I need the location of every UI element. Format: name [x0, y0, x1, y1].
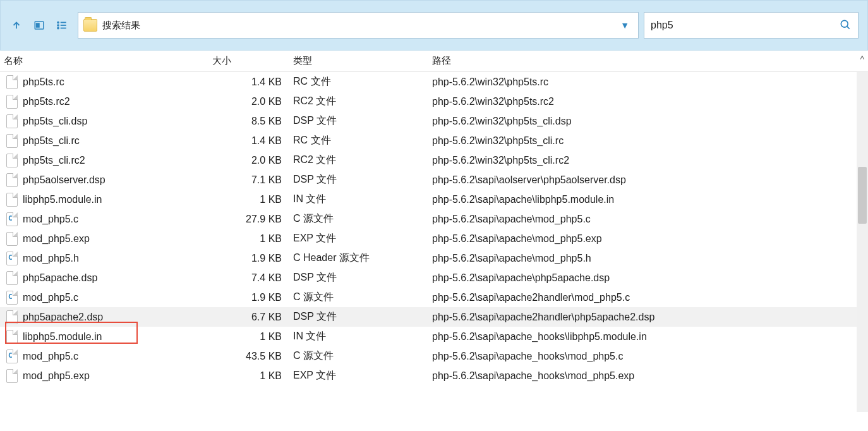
table-row[interactable]: php5ts_cli.rc1.4 KBRC 文件php-5.6.2\win32\…: [0, 131, 868, 150]
cell-size: 43.5 KB: [212, 351, 293, 362]
path-label: 搜索结果: [102, 20, 612, 32]
vertical-scrollbar[interactable]: [857, 72, 868, 412]
table-row[interactable]: php5ts.rc1.4 KBRC 文件php-5.6.2\win32\php5…: [0, 72, 868, 92]
file-name-label: php5ts_cli.rc: [23, 135, 80, 147]
cell-size: 1 KB: [212, 331, 293, 343]
file-icon: [6, 310, 18, 324]
file-icon: [6, 134, 18, 148]
table-row[interactable]: php5ts_cli.dsp8.5 KBDSP 文件php-5.6.2\win3…: [0, 111, 868, 131]
folder-icon: [83, 19, 97, 32]
details-view-icon[interactable]: [32, 18, 46, 32]
file-name-label: mod_php5.c: [23, 292, 78, 303]
file-name-label: php5ts_cli.rc2: [23, 155, 85, 166]
cell-size: 1.9 KB: [212, 253, 293, 264]
table-row[interactable]: mod_php5.c1.9 KBC 源文件php-5.6.2\sapi\apac…: [0, 288, 868, 307]
chevron-down-icon[interactable]: ▼: [617, 20, 633, 30]
search-icon[interactable]: [839, 18, 852, 33]
file-icon: [6, 114, 18, 128]
cell-type: RC 文件: [293, 75, 432, 88]
column-header-name[interactable]: 名称: [4, 55, 212, 67]
table-row[interactable]: php5apache.dsp7.4 KBDSP 文件php-5.6.2\sapi…: [0, 268, 868, 288]
cell-size: 1 KB: [212, 370, 293, 382]
cell-name: php5aolserver.dsp: [6, 173, 212, 187]
table-row[interactable]: php5apache2.dsp6.7 KBDSP 文件php-5.6.2\sap…: [0, 307, 868, 327]
table-row[interactable]: mod_php5.exp1 KBEXP 文件php-5.6.2\sapi\apa…: [0, 366, 868, 385]
cell-name: mod_php5.c: [6, 291, 212, 305]
cell-path: php-5.6.2\sapi\apache\mod_php5.c: [432, 214, 868, 225]
cell-size: 2.0 KB: [212, 155, 293, 166]
column-header-row: 名称 大小 类型 路径 ^: [0, 51, 868, 72]
table-row[interactable]: php5ts.rc22.0 KBRC2 文件php-5.6.2\win32\ph…: [0, 92, 868, 111]
cell-type: IN 文件: [293, 330, 432, 343]
scrollbar-thumb[interactable]: [858, 167, 867, 224]
file-icon: [6, 154, 18, 167]
cell-size: 8.5 KB: [212, 116, 293, 127]
file-name-label: mod_php5.exp: [23, 370, 90, 382]
toolbar: 搜索结果 ▼: [0, 0, 868, 51]
table-row[interactable]: mod_php5.h1.9 KBC Header 源文件php-5.6.2\sa…: [0, 248, 868, 268]
svg-point-7: [57, 28, 59, 29]
column-header-type[interactable]: 类型: [293, 55, 432, 67]
file-icon: [6, 193, 18, 207]
search-input[interactable]: [651, 20, 839, 31]
cell-name: php5apache2.dsp: [6, 310, 212, 324]
file-name-label: php5aolserver.dsp: [23, 174, 105, 186]
cell-name: mod_php5.c: [6, 212, 212, 226]
table-row[interactable]: mod_php5.exp1 KBEXP 文件php-5.6.2\sapi\apa…: [0, 229, 868, 248]
cell-name: php5ts.rc: [6, 75, 212, 89]
scroll-up-arrow-icon[interactable]: ^: [860, 54, 864, 64]
column-header-path[interactable]: 路径: [432, 55, 868, 67]
search-box[interactable]: [644, 12, 859, 39]
cell-size: 7.4 KB: [212, 272, 293, 284]
file-icon: [6, 173, 18, 187]
cell-type: DSP 文件: [293, 114, 432, 128]
svg-point-5: [57, 22, 59, 23]
cell-size: 7.1 KB: [212, 174, 293, 186]
cell-type: DSP 文件: [293, 173, 432, 186]
cell-path: php-5.6.2\sapi\apache_hooks\libphp5.modu…: [432, 331, 868, 343]
cell-type: DSP 文件: [293, 310, 432, 324]
cell-type: RC2 文件: [293, 154, 432, 167]
cell-path: php-5.6.2\win32\php5ts_cli.dsp: [432, 116, 868, 127]
column-header-name-label: 名称: [4, 55, 23, 66]
file-name-label: php5apache.dsp: [23, 272, 97, 284]
table-row[interactable]: php5aolserver.dsp7.1 KBDSP 文件php-5.6.2\s…: [0, 170, 868, 190]
cell-path: php-5.6.2\win32\php5ts_cli.rc2: [432, 155, 868, 166]
file-icon: [6, 330, 18, 344]
cell-path: php-5.6.2\win32\php5ts.rc: [432, 76, 868, 88]
cell-path: php-5.6.2\sapi\aolserver\php5aolserver.d…: [432, 174, 868, 186]
file-name-label: libphp5.module.in: [23, 331, 102, 343]
cell-size: 1 KB: [212, 194, 293, 205]
cell-path: php-5.6.2\sapi\apache_hooks\mod_php5.exp: [432, 370, 868, 382]
file-icon: [6, 271, 18, 285]
file-name-label: php5apache2.dsp: [23, 312, 103, 323]
file-icon: [6, 232, 18, 246]
c-file-icon: [6, 212, 18, 226]
cell-size: 1.9 KB: [212, 292, 293, 303]
table-row[interactable]: mod_php5.c43.5 KBC 源文件php-5.6.2\sapi\apa…: [0, 346, 868, 366]
list-view-icon[interactable]: [55, 18, 69, 32]
table-row[interactable]: libphp5.module.in1 KBIN 文件php-5.6.2\sapi…: [0, 190, 868, 209]
table-row[interactable]: libphp5.module.in1 KBIN 文件php-5.6.2\sapi…: [0, 327, 868, 346]
file-icon: [6, 75, 18, 89]
cell-name: php5ts_cli.dsp: [6, 114, 212, 128]
cell-name: mod_php5.c: [6, 349, 212, 363]
file-icon: [6, 95, 18, 109]
cell-path: php-5.6.2\win32\php5ts_cli.rc: [432, 135, 868, 147]
svg-point-6: [57, 25, 59, 26]
table-row[interactable]: php5ts_cli.rc22.0 KBRC2 文件php-5.6.2\win3…: [0, 150, 868, 170]
cell-name: php5apache.dsp: [6, 271, 212, 285]
path-box[interactable]: 搜索结果 ▼: [78, 12, 639, 39]
cell-name: mod_php5.h: [6, 252, 212, 265]
table-row[interactable]: mod_php5.c27.9 KBC 源文件php-5.6.2\sapi\apa…: [0, 209, 868, 229]
cell-type: DSP 文件: [293, 271, 432, 284]
c-file-icon: [6, 252, 18, 265]
cell-size: 1 KB: [212, 233, 293, 245]
cell-path: php-5.6.2\win32\php5ts.rc2: [432, 96, 868, 107]
up-arrow-icon[interactable]: [9, 18, 23, 32]
file-name-label: mod_php5.c: [23, 351, 78, 362]
column-header-size[interactable]: 大小: [212, 55, 293, 67]
cell-type: C Header 源文件: [293, 252, 432, 265]
cell-path: php-5.6.2\sapi\apache2handler\php5apache…: [432, 312, 868, 323]
svg-line-9: [847, 26, 850, 28]
